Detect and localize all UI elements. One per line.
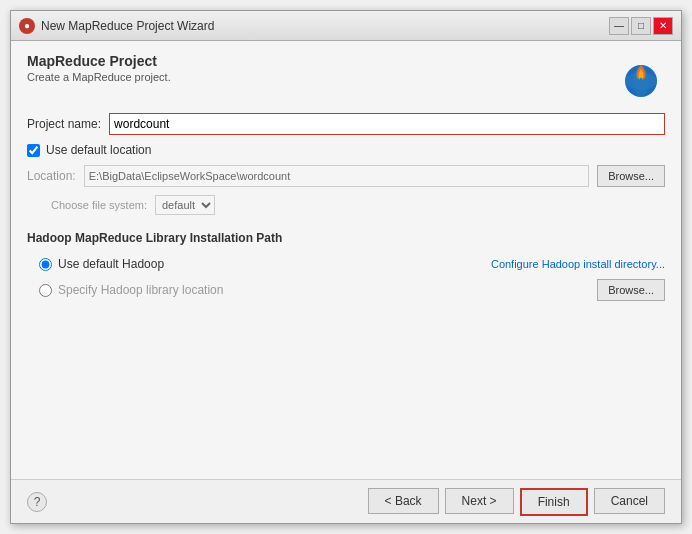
filesystem-row: Choose file system: default xyxy=(27,195,665,215)
title-controls: — □ ✕ xyxy=(609,17,673,35)
help-button[interactable]: ? xyxy=(27,492,47,512)
page-title: MapReduce Project xyxy=(27,53,171,69)
location-browse-button[interactable]: Browse... xyxy=(597,165,665,187)
use-default-hadoop-label: Use default Hadoop xyxy=(58,257,164,271)
configure-hadoop-link[interactable]: Configure Hadoop install directory... xyxy=(491,258,665,270)
back-button[interactable]: < Back xyxy=(368,488,439,514)
wizard-icon xyxy=(617,53,665,101)
finish-button[interactable]: Finish xyxy=(520,488,588,516)
hadoop-section-title: Hadoop MapReduce Library Installation Pa… xyxy=(27,231,665,245)
use-default-label: Use default location xyxy=(46,143,151,157)
next-button[interactable]: Next > xyxy=(445,488,514,514)
use-default-checkbox-row: Use default location xyxy=(27,143,665,157)
bottom-buttons: < Back Next > Finish Cancel xyxy=(368,488,665,516)
page-header-text: MapReduce Project Create a MapReduce pro… xyxy=(27,53,171,83)
filesystem-select[interactable]: default xyxy=(155,195,215,215)
hadoop-browse-button[interactable]: Browse... xyxy=(597,279,665,301)
page-header: MapReduce Project Create a MapReduce pro… xyxy=(27,53,665,101)
title-bar: ● New MapReduce Project Wizard — □ ✕ xyxy=(11,11,681,41)
bottom-left: ? xyxy=(27,492,47,512)
window-title: New MapReduce Project Wizard xyxy=(41,19,214,33)
cancel-button[interactable]: Cancel xyxy=(594,488,665,514)
page-subtitle: Create a MapReduce project. xyxy=(27,71,171,83)
app-icon: ● xyxy=(19,18,35,34)
minimize-button[interactable]: — xyxy=(609,17,629,35)
title-bar-left: ● New MapReduce Project Wizard xyxy=(19,18,214,34)
form-area: Project name: Use default location Locat… xyxy=(27,113,665,467)
specify-hadoop-radio-group: Specify Hadoop library location xyxy=(39,283,589,297)
content-area: MapReduce Project Create a MapReduce pro… xyxy=(11,41,681,479)
location-input[interactable] xyxy=(84,165,589,187)
location-row: Location: Browse... xyxy=(27,165,665,187)
location-label: Location: xyxy=(27,169,76,183)
specify-hadoop-label: Specify Hadoop library location xyxy=(58,283,223,297)
main-window: ● New MapReduce Project Wizard — □ ✕ Map… xyxy=(10,10,682,524)
project-name-label: Project name: xyxy=(27,117,101,131)
specify-hadoop-radio[interactable] xyxy=(39,284,52,297)
use-default-hadoop-row: Use default Hadoop Configure Hadoop inst… xyxy=(27,257,665,271)
use-default-hadoop-radio-group: Use default Hadoop xyxy=(39,257,164,271)
specify-hadoop-row: Specify Hadoop library location Browse..… xyxy=(27,279,665,301)
use-default-hadoop-radio[interactable] xyxy=(39,258,52,271)
close-button[interactable]: ✕ xyxy=(653,17,673,35)
use-default-checkbox[interactable] xyxy=(27,144,40,157)
bottom-bar: ? < Back Next > Finish Cancel xyxy=(11,479,681,523)
project-name-row: Project name: xyxy=(27,113,665,135)
filesystem-label: Choose file system: xyxy=(51,199,147,211)
maximize-button[interactable]: □ xyxy=(631,17,651,35)
project-name-input[interactable] xyxy=(109,113,665,135)
